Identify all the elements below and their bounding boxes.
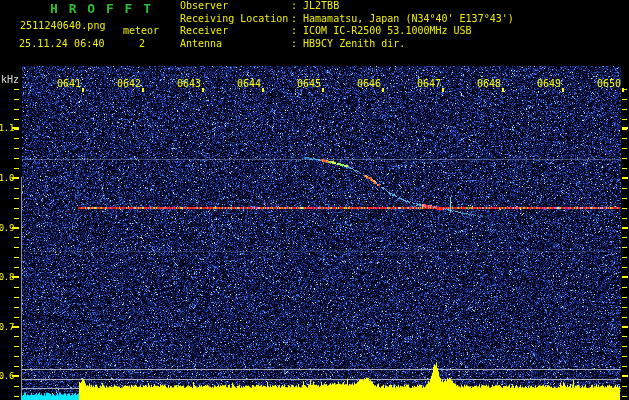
time-axis-label: 0647	[417, 78, 441, 89]
time-axis-label: 0642	[117, 78, 141, 89]
station-field: Observer: JL2TBB	[180, 0, 514, 13]
freq-axis-label: 0.7	[0, 322, 14, 332]
time-axis-label: 0648	[477, 78, 501, 89]
observation-mode: meteor	[123, 25, 159, 36]
freq-axis-label: 1.1	[0, 123, 14, 133]
station-field-label: Receiving Location	[180, 13, 291, 26]
time-axis-label: 0645	[297, 78, 321, 89]
observation-datetime: 25.11.24 06:40	[19, 38, 105, 49]
freq-axis-unit: kHz	[1, 74, 19, 85]
output-filename: 2511240640.png	[20, 20, 106, 31]
time-axis-label: 0643	[177, 78, 201, 89]
station-field-value: : ICOM IC-R2500 53.1000MHz USB	[291, 25, 472, 36]
freq-axis-label: 0.8	[0, 272, 14, 282]
station-field-label: Observer	[180, 0, 291, 13]
freq-axis-label: 0.9	[0, 223, 14, 233]
time-axis-label: 0641	[57, 78, 81, 89]
app-title: H R O F F T	[50, 1, 153, 16]
time-axis-label: 0644	[237, 78, 261, 89]
time-axis-label: 0650	[597, 78, 621, 89]
station-field-value: : HB9CY Zenith dir.	[291, 38, 405, 49]
freq-axis-label: 0.6	[0, 371, 14, 381]
station-field-label: Receiver	[180, 25, 291, 38]
freq-axis-label: 1.0	[0, 173, 14, 183]
station-field: Antenna: HB9CY Zenith dir.	[180, 38, 514, 51]
hrofft-output: H R O F F T 2511240640.png meteor 25.11.…	[0, 0, 629, 400]
station-field-value: : JL2TBB	[291, 0, 339, 11]
time-axis-label: 0646	[357, 78, 381, 89]
station-field-value: : Hamamatsu, Japan (N34°40' E137°43')	[291, 13, 514, 24]
station-field: Receiver: ICOM IC-R2500 53.1000MHz USB	[180, 25, 514, 38]
spectrogram-canvas	[0, 0, 629, 400]
station-field: Receiving Location: Hamamatsu, Japan (N3…	[180, 13, 514, 26]
echo-count: 2	[139, 38, 145, 49]
time-axis-label: 0649	[537, 78, 561, 89]
station-info: Observer: JL2TBBReceiving Location: Hama…	[180, 0, 514, 50]
station-field-label: Antenna	[180, 38, 291, 51]
